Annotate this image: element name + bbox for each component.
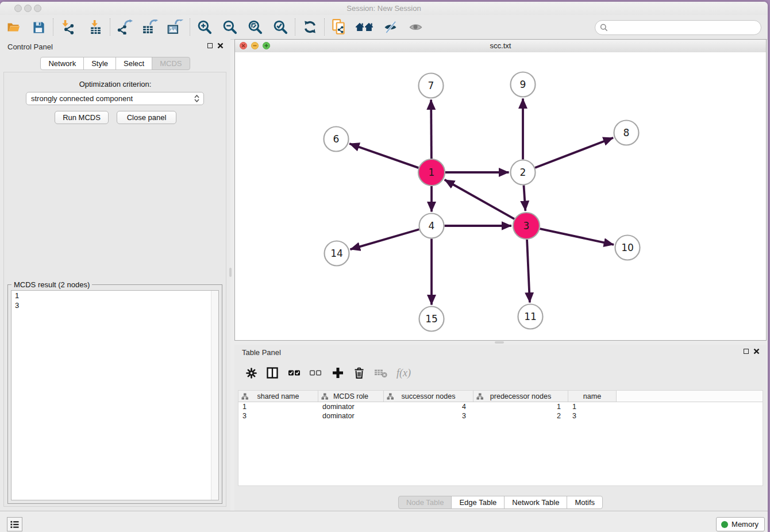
graph-node-label-9: 9 [520, 79, 526, 90]
search-icon [600, 24, 608, 32]
close-panel-button[interactable]: Close panel [117, 111, 176, 124]
select-all-rows-icon[interactable] [288, 364, 301, 381]
graph-node-label-14: 14 [330, 248, 343, 259]
settings-gear-icon[interactable] [245, 364, 257, 381]
float-panel-icon[interactable] [744, 349, 749, 354]
table-row[interactable]: 3 dominator 3 2 3 [238, 411, 763, 421]
cell-shared-name[interactable]: 1 [238, 403, 318, 411]
search-field[interactable] [595, 20, 761, 35]
export-image-icon[interactable] [167, 17, 183, 37]
network-view-window: scc.txt 7968124314101511 [234, 39, 767, 341]
graph-node-label-2: 2 [520, 167, 526, 178]
mcds-result-list[interactable]: 1 3 [11, 290, 219, 500]
network-window-title: scc.txt [235, 41, 766, 50]
tab-motifs[interactable]: Motifs [567, 496, 603, 509]
show-all-icon[interactable] [408, 17, 424, 37]
column-header-predecessor-nodes[interactable]: predecessor nodes [473, 391, 568, 402]
delete-rows-trash-icon[interactable] [353, 364, 365, 381]
import-table-icon[interactable] [87, 17, 103, 37]
app-window: Session: New Session [0, 2, 768, 532]
criterion-select[interactable]: strongly connected component [26, 92, 204, 105]
run-mcds-button[interactable]: Run MCDS [55, 111, 109, 124]
mcds-result-title: MCDS result (2 nodes) [11, 280, 92, 289]
cell-name[interactable]: 3 [568, 412, 617, 420]
export-table-icon[interactable] [142, 17, 158, 37]
export-network-icon[interactable] [117, 17, 133, 37]
graph-node-label-7: 7 [428, 80, 434, 91]
chevron-updown-icon [191, 95, 202, 102]
tab-select[interactable]: Select [116, 57, 152, 70]
toolbar-separator [295, 18, 295, 36]
add-row-icon[interactable] [332, 364, 344, 381]
graph-edge-2-8[interactable] [535, 138, 613, 168]
column-header-mcds-role[interactable]: MCDS role [318, 391, 384, 402]
hide-selected-icon[interactable] [383, 17, 399, 37]
tab-style[interactable]: Style [83, 57, 116, 70]
tab-mcds[interactable]: MCDS [152, 57, 190, 70]
cell-successor-nodes[interactable]: 4 [384, 403, 473, 411]
graph-edge-1-7[interactable] [431, 99, 432, 159]
import-network-icon[interactable] [60, 17, 76, 37]
tab-edge-table[interactable]: Edge Table [451, 496, 505, 509]
memory-button[interactable]: Memory [716, 517, 765, 531]
graph-edge-4-14[interactable] [351, 229, 419, 249]
main-toolbar [0, 15, 768, 40]
tab-node-table[interactable]: Node Table [398, 496, 452, 509]
tab-network-table[interactable]: Network Table [504, 496, 567, 509]
column-header-name[interactable]: name [568, 391, 617, 402]
home-layout-icon[interactable] [355, 17, 375, 37]
search-input[interactable] [608, 22, 761, 33]
network-file-icon[interactable] [331, 17, 347, 37]
table-panel: Table Panel [234, 345, 767, 511]
memory-label: Memory [732, 520, 759, 529]
toolbar-separator [110, 18, 110, 36]
zoom-in-icon[interactable] [197, 17, 213, 37]
graph-edge-1-6[interactable] [349, 144, 418, 168]
horizontal-splitter-handle[interactable] [495, 341, 504, 344]
result-scrollbar[interactable] [211, 291, 218, 500]
column-header-successor-nodes[interactable]: successor nodes [384, 391, 473, 402]
cell-mcds-role[interactable]: dominator [318, 412, 384, 420]
control-panel-title: Control Panel [7, 43, 53, 51]
table-toolbar: f(x) [238, 360, 763, 385]
function-builder-icon[interactable]: f(x) [396, 364, 411, 381]
toolbar-separator [190, 18, 190, 36]
column-header-shared-name[interactable]: shared name [238, 391, 318, 402]
graph-edge-3-1[interactable] [445, 180, 514, 219]
memory-status-dot [721, 521, 728, 528]
cell-mcds-role[interactable]: dominator [318, 403, 384, 411]
open-session-icon[interactable] [5, 17, 21, 37]
tab-network[interactable]: Network [40, 57, 84, 70]
refresh-layout-icon[interactable] [302, 17, 318, 37]
cell-successor-nodes[interactable]: 3 [384, 412, 473, 420]
header-filler [617, 391, 763, 402]
delete-table-icon[interactable] [374, 364, 388, 381]
task-history-button[interactable] [7, 517, 22, 531]
graph-edge-3-10[interactable] [540, 229, 614, 245]
attribute-icon [241, 393, 248, 400]
network-canvas[interactable]: 7968124314101511 [235, 52, 766, 340]
mcds-result-box: MCDS result (2 nodes) 1 3 [7, 284, 222, 504]
close-panel-icon[interactable] [753, 348, 760, 354]
table-panel-title: Table Panel [242, 348, 281, 357]
graph-edge-3-11[interactable] [527, 240, 530, 303]
vertical-splitter-handle[interactable] [229, 268, 232, 277]
cell-shared-name[interactable]: 3 [238, 412, 318, 420]
zoom-fit-icon[interactable] [247, 17, 263, 37]
save-session-icon[interactable] [30, 17, 47, 37]
network-window-titlebar[interactable]: scc.txt [235, 40, 766, 53]
zoom-out-icon[interactable] [222, 17, 238, 37]
cell-predecessor-nodes[interactable]: 2 [473, 412, 568, 420]
deselect-all-rows-icon[interactable] [309, 364, 322, 381]
zoom-selected-icon[interactable] [272, 17, 288, 37]
table-tabs: Node Table Edge Table Network Table Moti… [234, 496, 767, 509]
close-panel-icon[interactable] [217, 43, 224, 49]
table-row[interactable]: 1 dominator 4 1 1 [238, 402, 763, 411]
graph-edge-2-3[interactable] [523, 185, 525, 211]
cell-predecessor-nodes[interactable]: 1 [473, 403, 568, 411]
float-panel-icon[interactable] [207, 43, 213, 48]
attribute-icon [476, 393, 483, 400]
column-view-icon[interactable] [266, 364, 279, 381]
cell-name[interactable]: 1 [568, 403, 617, 411]
graph-node-label-4: 4 [429, 220, 435, 232]
